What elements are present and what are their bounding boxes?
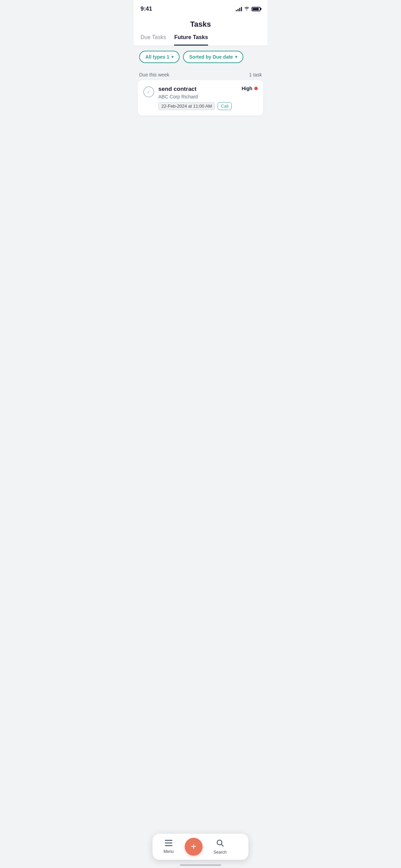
task-priority: High: [242, 86, 258, 91]
task-checkbox[interactable]: ✓: [143, 86, 154, 97]
check-icon: ✓: [147, 89, 151, 95]
sort-filter[interactable]: Sorted by Due date ▾: [183, 51, 243, 63]
battery-icon: [252, 7, 260, 11]
priority-dot: [254, 87, 258, 90]
task-subtitle: ABC Corp Richard: [158, 94, 238, 99]
status-bar: 9:41: [134, 0, 267, 16]
chevron-down-icon: ▾: [235, 55, 237, 59]
task-type-tag[interactable]: Call: [218, 102, 231, 110]
task-row: ✓ send contract ABC Corp Richard 22-Feb-…: [143, 86, 258, 110]
task-right: High: [242, 86, 258, 91]
section-label: Due this week: [139, 72, 169, 77]
status-time: 9:41: [141, 5, 152, 12]
status-icons: [236, 6, 260, 12]
task-content: send contract ABC Corp Richard 22-Feb-20…: [158, 86, 238, 110]
priority-label: High: [242, 86, 252, 91]
tab-due-tasks[interactable]: Due Tasks: [141, 34, 166, 46]
tab-bar: Due Tasks Future Tasks: [134, 29, 267, 46]
task-date: 22-Feb-2024 at 11:00 AM: [158, 102, 215, 110]
filter-bar: All types 1 ▾ Sorted by Due date ▾: [134, 46, 267, 68]
page-header: Tasks: [134, 16, 267, 29]
task-title: send contract: [158, 86, 238, 93]
chevron-down-icon: ▾: [171, 55, 173, 59]
section-header: Due this week 1 task: [134, 68, 267, 80]
section-count: 1 task: [249, 72, 262, 77]
task-meta: 22-Feb-2024 at 11:00 AM Call: [158, 102, 238, 110]
page-title: Tasks: [141, 20, 260, 29]
signal-icon: [236, 7, 242, 11]
task-card[interactable]: ✓ send contract ABC Corp Richard 22-Feb-…: [138, 80, 263, 116]
wifi-icon: [244, 6, 250, 12]
all-types-filter[interactable]: All types 1 ▾: [139, 51, 180, 63]
tab-future-tasks[interactable]: Future Tasks: [174, 34, 208, 46]
